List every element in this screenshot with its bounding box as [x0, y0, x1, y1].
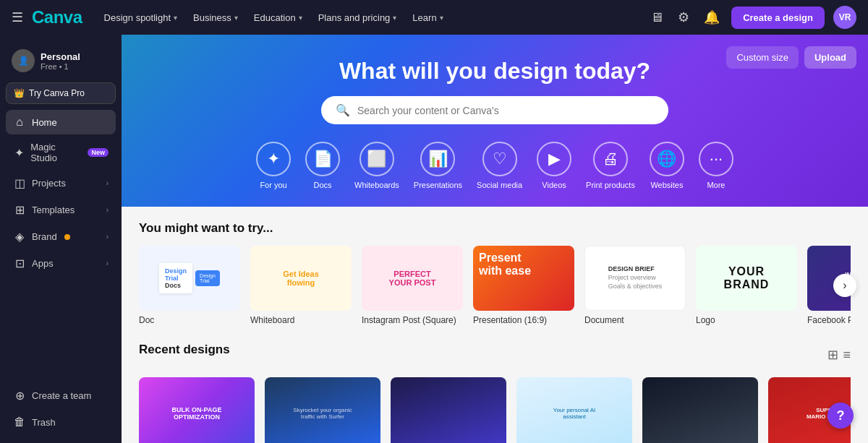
doc-preview: DesignTrialDocs DesignTrial: [159, 263, 220, 293]
search-icon: 🔍: [336, 103, 350, 117]
list-view-button[interactable]: ≡: [843, 347, 851, 363]
recent-header: Recent designs ⊞ ≡: [139, 343, 851, 367]
sidebar-user: 👤 Personal Free • 1: [6, 43, 116, 78]
quick-link-videos[interactable]: ▶ Videos: [537, 142, 571, 189]
recent-grid: BULK ON-PAGEOPTIMIZATION Keyword Researc…: [139, 377, 851, 443]
custom-size-button[interactable]: Custom size: [726, 46, 799, 69]
chevron-right-icon: ›: [106, 233, 109, 241]
quick-link-websites[interactable]: 🌐 Websites: [650, 142, 684, 189]
quick-link-docs[interactable]: 📄 Docs: [305, 142, 340, 189]
apps-icon: ⊡: [13, 257, 26, 270]
recent-title: Recent designs: [139, 343, 230, 357]
new-badge: New: [88, 148, 109, 157]
chevron-down-icon: ▾: [393, 14, 396, 22]
home-icon: ⌂: [13, 116, 26, 129]
settings-icon[interactable]: ⚙: [675, 7, 692, 28]
nav-learn[interactable]: Learn ▾: [405, 8, 450, 27]
create-design-button[interactable]: Create a design: [731, 7, 825, 29]
magic-icon: ✦: [13, 146, 25, 160]
template-document[interactable]: DESIGN BRIEF Project overviewGoals & obj…: [584, 246, 686, 325]
template-presentation[interactable]: Presentwith ease Presentation (16:9): [473, 246, 574, 325]
insta-preview: PERFECTYOUR POST: [385, 265, 441, 291]
topnav: ☰ Canva Design spotlight ▾ Business ▾ Ed…: [0, 0, 868, 35]
try-section-title: You might want to try...: [139, 221, 851, 236]
search-input[interactable]: [357, 105, 654, 116]
nav-plans-pricing[interactable]: Plans and pricing ▾: [311, 8, 404, 27]
sidebar-avatar: 👤: [12, 49, 35, 72]
nav-design-spotlight[interactable]: Design spotlight ▾: [97, 8, 185, 27]
sidebar-item-brand[interactable]: ◈ Brand ›: [6, 224, 116, 249]
chevron-right-icon: ›: [106, 259, 109, 267]
chevron-down-icon: ▾: [234, 14, 238, 22]
sidebar-item-projects[interactable]: ◫ Projects ›: [6, 171, 116, 196]
hero-title: What will you design today?: [339, 58, 650, 85]
template-instagram[interactable]: PERFECTYOUR POST Instagram Post (Square): [362, 246, 463, 325]
view-toggle: ⊞ ≡: [827, 347, 851, 363]
quick-links: ✦ For you 📄 Docs ⬜ Whiteboards 📊 Present…: [256, 142, 733, 189]
content-area: You might want to try... DesignTrialDocs…: [122, 207, 868, 443]
upload-button[interactable]: Upload: [804, 46, 856, 69]
sidebar-item-apps[interactable]: ⊡ Apps ›: [6, 251, 116, 276]
rc1-text: BULK ON-PAGEOPTIMIZATION: [169, 403, 225, 423]
projects-icon: ◫: [13, 176, 26, 190]
quick-link-presentations[interactable]: 📊 Presentations: [414, 142, 462, 189]
nav-education[interactable]: Education ▾: [247, 8, 310, 27]
logo[interactable]: Canva: [32, 7, 82, 27]
logo-text: Canva: [32, 7, 82, 27]
docu-preview: DESIGN BRIEF Project overviewGoals & obj…: [604, 261, 667, 295]
recent-card-4[interactable]: Your personal AIassistant Untitled Desig…: [516, 377, 632, 443]
crown-icon: 👑: [14, 88, 25, 98]
quick-link-more[interactable]: ··· More: [699, 142, 733, 189]
template-doc[interactable]: DesignTrialDocs DesignTrial Doc: [139, 246, 240, 325]
quick-link-whiteboards[interactable]: ⬜ Whiteboards: [354, 142, 399, 189]
main-content: Custom size Upload What will you design …: [122, 35, 868, 443]
recent-card-3[interactable]: Untitled Design 1920 × 1280 px: [391, 377, 506, 443]
chevron-down-icon: ▾: [174, 14, 177, 22]
hero-actions: Custom size Upload: [726, 46, 856, 69]
sidebar-item-templates[interactable]: ⊞ Templates ›: [6, 197, 116, 223]
template-logo[interactable]: YOURBRAND Logo: [696, 246, 797, 325]
templates-scroll: DesignTrialDocs DesignTrial Doc Get Idea…: [139, 246, 851, 325]
avatar[interactable]: VR: [833, 6, 856, 29]
sidebar-user-sub: Free • 1: [41, 62, 80, 71]
topnav-right: 🖥 ⚙ 🔔 Create a design VR: [647, 6, 856, 29]
recent-card-2[interactable]: Skyrocket your organictraffic with Surfe…: [265, 377, 380, 443]
scroll-right-arrow[interactable]: ›: [833, 274, 856, 297]
quick-link-social[interactable]: ♡ Social media: [477, 142, 522, 189]
nav-links: Design spotlight ▾ Business ▾ Education …: [97, 8, 642, 27]
trash-icon: 🗑: [13, 416, 26, 429]
main-layout: 👤 Personal Free • 1 👑 Try Canva Pro ⌂ Ho…: [0, 35, 868, 443]
monitor-icon[interactable]: 🖥: [647, 7, 666, 28]
hamburger-icon[interactable]: ☰: [12, 9, 23, 25]
chevron-right-icon: ›: [106, 206, 109, 214]
templates-wrap: DesignTrialDocs DesignTrial Doc Get Idea…: [139, 246, 851, 325]
chevron-right-icon: ›: [106, 179, 109, 187]
nav-business[interactable]: Business ▾: [186, 8, 245, 27]
social-icon: ♡: [482, 142, 517, 176]
help-button[interactable]: ?: [827, 403, 854, 429]
sidebar-item-trash[interactable]: 🗑 Trash: [6, 410, 116, 434]
bell-icon[interactable]: 🔔: [701, 7, 723, 28]
sidebar-item-magic-studio[interactable]: ✦ Magic Studio New: [6, 136, 116, 169]
grid-view-button[interactable]: ⊞: [827, 347, 838, 363]
logo-preview: YOURBRAND: [721, 262, 773, 294]
sidebar-item-create-team[interactable]: ⊕ Create a team: [6, 383, 116, 408]
pres-preview: Presentwith ease: [473, 246, 574, 283]
more-icon: ···: [699, 142, 733, 176]
brand-icon: ◈: [13, 230, 26, 244]
sidebar-user-info: Personal Free • 1: [41, 51, 80, 71]
chevron-down-icon: ▾: [299, 14, 302, 22]
sidebar-item-home[interactable]: ⌂ Home: [6, 110, 116, 134]
websites-icon: 🌐: [650, 142, 684, 176]
recent-card-5[interactable]: Untitled Design 1920 × 1280 px: [642, 377, 758, 443]
quick-link-print[interactable]: 🖨 Print products: [586, 142, 635, 189]
recent-card-keyword[interactable]: BULK ON-PAGEOPTIMIZATION Keyword Researc…: [139, 377, 255, 443]
videos-icon: ▶: [537, 142, 571, 176]
sidebar-username: Personal: [41, 51, 80, 62]
print-icon: 🖨: [593, 142, 628, 176]
try-pro-button[interactable]: 👑 Try Canva Pro: [6, 82, 116, 104]
quick-link-for-you[interactable]: ✦ For you: [256, 142, 291, 189]
create-team-icon: ⊕: [13, 389, 26, 403]
hero-section: Custom size Upload What will you design …: [122, 35, 868, 207]
template-whiteboard[interactable]: Get Ideasflowing Whiteboard: [250, 246, 352, 325]
